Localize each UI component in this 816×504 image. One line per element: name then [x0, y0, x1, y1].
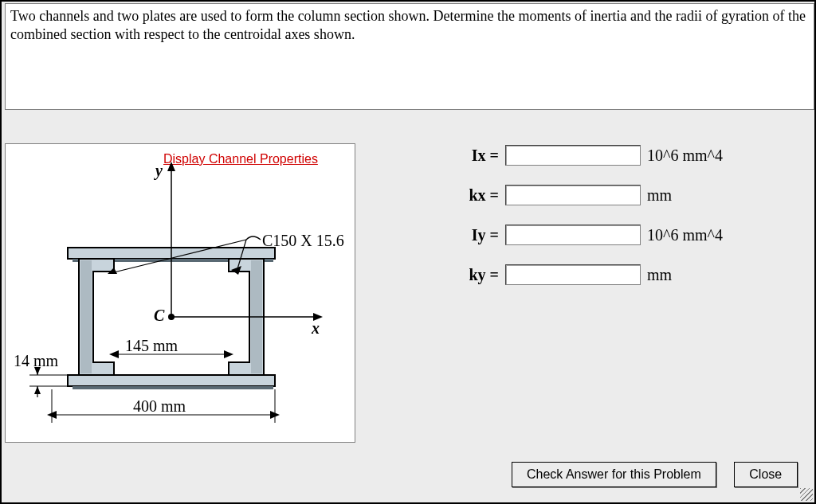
- answer-row-ky: ky = mm: [448, 261, 790, 288]
- svg-marker-22: [109, 350, 119, 358]
- resize-grip-icon[interactable]: [800, 488, 813, 501]
- prompt-text: Two channels and two plates are used to …: [10, 8, 806, 42]
- figure-panel: Display Channel Properties: [5, 143, 355, 443]
- close-button[interactable]: Close: [734, 462, 798, 487]
- unit-ix: 10^6 mm^4: [647, 147, 723, 165]
- centroid-label: C: [154, 307, 165, 324]
- x-axis-label: x: [311, 319, 320, 337]
- svg-marker-18: [34, 386, 41, 394]
- svg-marker-8: [167, 162, 175, 171]
- y-axis-label: y: [154, 162, 163, 180]
- svg-marker-23: [224, 350, 233, 358]
- problem-prompt: Two channels and two plates are used to …: [5, 3, 814, 110]
- check-answer-button[interactable]: Check Answer for this Problem: [512, 462, 716, 487]
- action-buttons: Check Answer for this Problem Close: [512, 462, 798, 487]
- answer-row-kx: kx = mm: [448, 182, 790, 209]
- answer-row-ix: Ix = 10^6 mm^4: [448, 142, 790, 169]
- input-iy[interactable]: [505, 225, 641, 245]
- column-section-diagram: C y x C150 X 15.6: [6, 144, 355, 442]
- answer-row-iy: Iy = 10^6 mm^4: [448, 221, 790, 248]
- label-ky: ky =: [448, 266, 499, 284]
- unit-iy: 10^6 mm^4: [647, 226, 723, 244]
- svg-rect-4: [80, 260, 92, 373]
- label-kx: kx =: [448, 186, 499, 205]
- svg-rect-3: [73, 386, 273, 389]
- channel-label: C150 X 15.6: [262, 232, 344, 249]
- unit-ky: mm: [647, 266, 672, 284]
- input-ix[interactable]: [505, 145, 641, 166]
- input-ky[interactable]: [505, 264, 641, 285]
- label-ix: Ix =: [448, 147, 499, 165]
- dim-plate-thickness: 14 mm: [14, 352, 59, 369]
- problem-window: Two channels and two plates are used to …: [0, 0, 816, 504]
- svg-rect-1: [68, 375, 275, 386]
- dim-total-width: 400 mm: [133, 397, 186, 415]
- answer-fields: Ix = 10^6 mm^4 kx = mm Iy = 10^6 mm^4 ky…: [448, 142, 790, 301]
- dim-inner-width: 145 mm: [125, 337, 178, 354]
- unit-kx: mm: [647, 186, 672, 205]
- label-iy: Iy =: [448, 226, 499, 244]
- input-kx[interactable]: [505, 185, 641, 205]
